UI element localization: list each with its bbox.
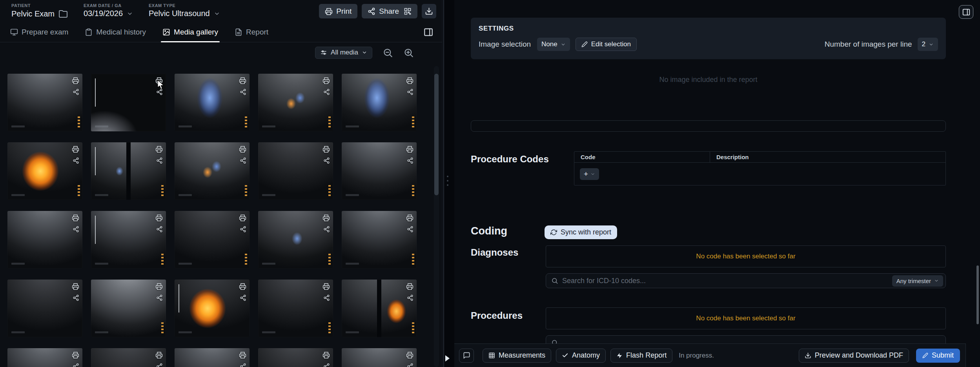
share-icon[interactable] [240,363,246,367]
preview-download-pdf-button[interactable]: Preview and Download PDF [799,349,909,363]
gallery-thumbnail[interactable] [175,142,250,200]
gallery-thumbnail[interactable] [342,211,417,269]
share-icon[interactable] [73,226,79,233]
gallery-thumbnail[interactable] [91,211,166,269]
gallery-thumbnail[interactable] [7,280,82,337]
print-icon[interactable] [72,283,79,290]
share-icon[interactable] [323,157,330,164]
print-icon[interactable] [72,214,79,222]
print-icon[interactable] [322,145,330,153]
gallery-thumbnail[interactable] [91,74,166,131]
share-icon[interactable] [156,363,163,367]
share-icon[interactable] [156,294,163,301]
print-icon[interactable] [239,283,246,290]
print-icon[interactable] [72,77,79,84]
share-icon[interactable] [156,89,163,95]
trimester-filter-dropdown[interactable]: Any trimester [892,275,943,287]
expand-arrow-icon[interactable] [445,355,450,362]
share-icon[interactable] [323,89,330,95]
print-icon[interactable] [322,77,330,84]
print-icon[interactable] [72,351,79,359]
gallery-thumbnail[interactable] [258,211,333,269]
exam-type-dropdown[interactable]: Pelvic Ultrasound [149,9,220,18]
gallery-thumbnail[interactable] [91,142,166,200]
print-icon[interactable] [155,351,163,359]
share-icon[interactable] [156,226,163,233]
gallery-thumbnail[interactable] [7,142,82,200]
share-icon[interactable] [73,157,79,164]
share-icon[interactable] [240,294,246,301]
print-icon[interactable] [239,351,246,359]
print-icon[interactable] [239,77,246,84]
submit-button[interactable]: Submit [916,349,960,363]
share-icon[interactable] [156,157,163,164]
gallery-thumbnail[interactable] [175,74,250,131]
media-filter-dropdown[interactable]: All media [315,47,372,59]
gallery-thumbnail[interactable] [342,142,417,200]
anatomy-button[interactable]: Anatomy [556,349,606,363]
share-icon[interactable] [407,226,413,233]
sync-with-report-button[interactable]: Sync with report [545,225,617,239]
share-icon[interactable] [240,226,246,233]
print-icon[interactable] [322,214,330,222]
share-icon[interactable] [407,363,413,367]
print-icon[interactable] [155,214,163,222]
edit-selection-button[interactable]: Edit selection [576,38,637,51]
gallery-thumbnail[interactable] [91,348,166,367]
gallery-thumbnail[interactable] [258,142,333,200]
print-icon[interactable] [406,145,413,153]
share-icon[interactable] [323,294,330,301]
gallery-thumbnail[interactable] [175,280,250,337]
share-icon[interactable] [240,89,246,95]
right-panel-scrollbar[interactable] [976,265,979,324]
add-procedure-code-button[interactable]: + [580,168,599,180]
print-button[interactable]: Print [319,4,357,18]
exam-date-dropdown[interactable]: 03/19/2026 [84,9,133,18]
tab-media-gallery[interactable]: Media gallery [161,22,220,42]
collapse-left-panel-button[interactable] [422,26,435,38]
print-icon[interactable] [155,145,163,153]
share-icon[interactable] [323,363,330,367]
zoom-in-button[interactable] [403,47,414,58]
folder-icon[interactable] [58,9,68,18]
panel-divider[interactable] [443,0,454,367]
comments-button[interactable] [459,349,474,363]
gallery-thumbnail[interactable] [7,74,82,131]
share-icon[interactable] [73,363,79,367]
gallery-thumbnail[interactable] [175,348,250,367]
share-icon[interactable] [73,294,79,301]
share-icon[interactable] [240,157,246,164]
expand-right-panel-button[interactable] [959,5,973,19]
images-per-line-dropdown[interactable]: 2 [918,38,938,51]
scrollbar-thumb[interactable] [434,74,439,195]
gallery-thumbnail[interactable] [7,348,82,367]
measurements-button[interactable]: Measurements [483,349,551,363]
gallery-thumbnail[interactable] [342,280,417,337]
print-icon[interactable] [322,283,330,290]
download-button[interactable] [422,4,436,18]
print-icon[interactable] [239,145,246,153]
gallery-thumbnail[interactable] [175,211,250,269]
print-icon[interactable] [155,283,163,290]
gallery-thumbnail[interactable] [7,211,82,269]
print-icon[interactable] [406,283,413,290]
image-selection-dropdown[interactable]: None [537,38,570,51]
print-icon[interactable] [322,351,330,359]
print-icon[interactable] [406,351,413,359]
share-icon[interactable] [323,226,330,233]
tab-medical-history[interactable]: Medical history [83,22,148,42]
icd10-search-input[interactable] [562,277,892,285]
gallery-thumbnail[interactable] [342,74,417,131]
gallery-scrollbar[interactable] [434,66,439,367]
tab-report[interactable]: Report [233,22,270,42]
share-icon[interactable] [407,157,413,164]
print-icon[interactable] [155,77,163,84]
print-icon[interactable] [406,77,413,84]
print-icon[interactable] [239,214,246,222]
share-icon[interactable] [407,294,413,301]
gallery-thumbnail[interactable] [258,348,333,367]
tab-prepare-exam[interactable]: Prepare exam [9,22,70,42]
gallery-thumbnail[interactable] [91,280,166,337]
gallery-thumbnail[interactable] [258,280,333,337]
print-icon[interactable] [72,145,79,153]
